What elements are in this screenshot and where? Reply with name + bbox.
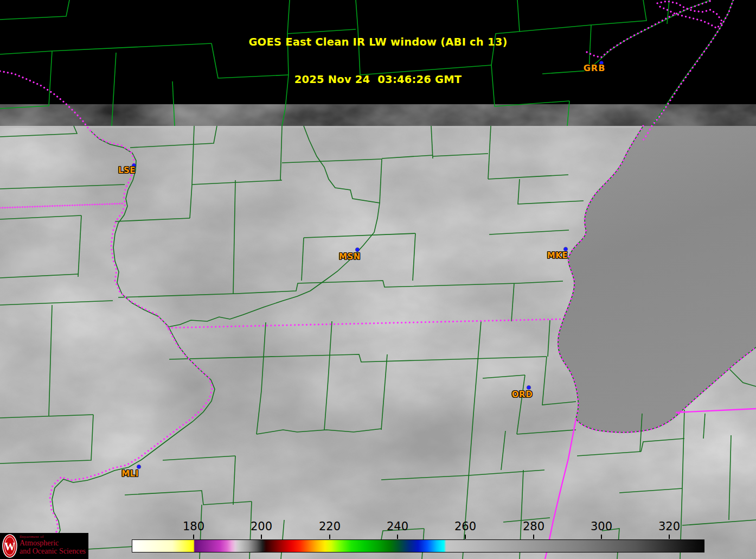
colorbar-label-180: 180 (183, 520, 204, 533)
title-line-1: GOES East Clean IR LW window (ABI ch 13) (0, 36, 756, 48)
station-dot-ord (527, 386, 531, 390)
station-label-mke: MKE (547, 251, 568, 261)
colorbar-label-260: 260 (454, 520, 476, 533)
crest-letter: W (4, 541, 15, 552)
station-label-msn: MSN (339, 252, 361, 262)
colorbar-tick (397, 535, 398, 539)
colorbar-label-200: 200 (251, 520, 272, 533)
colorbar-label-320: 320 (658, 520, 680, 533)
colorbar-label-220: 220 (319, 520, 341, 533)
colorbar-tick (669, 535, 670, 539)
uw-crest-icon: W (2, 534, 17, 558)
satellite-image-frame: GOES East Clean IR LW window (ABI ch 13)… (0, 0, 756, 559)
station-label-mli: MLI (121, 469, 139, 479)
logo-dept-line: Department of (20, 535, 86, 539)
colorbar-label-280: 280 (523, 520, 544, 533)
image-title: GOES East Clean IR LW window (ABI ch 13)… (0, 11, 756, 111)
colorbar-tick (533, 535, 534, 539)
logo-line-1: Atmospheric (20, 539, 86, 547)
colorbar-label-300: 300 (591, 520, 612, 533)
colorbar-tick (329, 535, 330, 539)
colorbar-tick (465, 535, 466, 539)
colorbar-gradient-bar (132, 539, 704, 552)
station-label-lse: LSE (118, 166, 136, 175)
station-label-grb: GRB (584, 63, 606, 73)
colorbar-tick (261, 535, 262, 539)
logo-line-2: and Oceanic Sciences (20, 547, 86, 555)
aos-logo: W Department of Atmospheric and Oceanic … (0, 533, 88, 559)
title-line-2: 2025 Nov 24 03:46:26 GMT (0, 73, 756, 86)
station-dot-msn (356, 248, 360, 252)
logo-text: Department of Atmospheric and Oceanic Sc… (20, 535, 86, 555)
colorbar-tick (601, 535, 602, 539)
colorbar-label-240: 240 (387, 520, 408, 533)
station-dot-mli (137, 465, 141, 469)
colorbar-tick (193, 535, 194, 539)
station-label-ord: ORD (512, 390, 533, 399)
